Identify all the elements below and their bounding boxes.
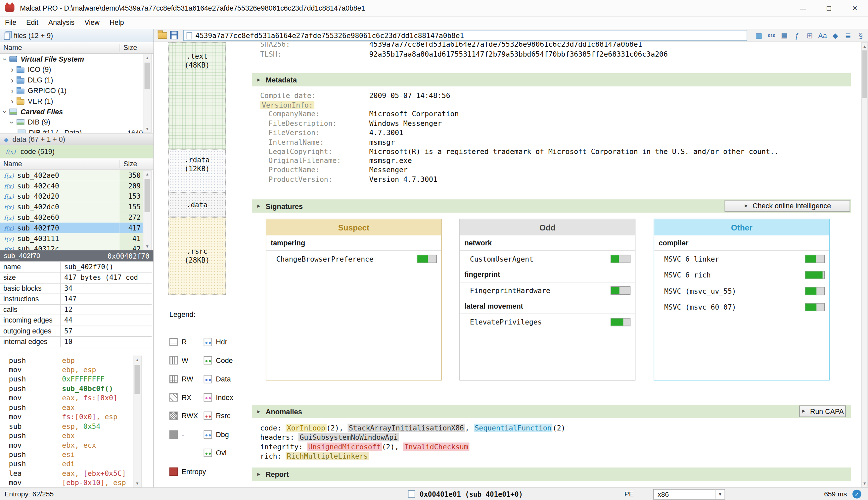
expander-icon[interactable] [2, 108, 8, 115]
open-file-icon[interactable] [158, 32, 167, 39]
architecture-select[interactable]: x86 [653, 489, 725, 500]
metadata-section-header[interactable]: Metadata [252, 73, 851, 87]
anomalies-section-header[interactable]: Anomalies Run CAPA [252, 405, 851, 418]
address-input[interactable] [195, 32, 747, 40]
layers-view-icon[interactable]: ≣ [843, 30, 854, 41]
scroll-down-icon[interactable] [143, 125, 151, 133]
asm-line[interactable]: movebp, esp [0, 365, 133, 374]
menu-item-analysis[interactable]: Analysis [43, 19, 79, 26]
scroll-up-icon[interactable] [143, 54, 151, 61]
tree-item-dib-11[interactable]: DIB #11 (.. Data) 1640 [0, 127, 154, 133]
anomaly-badge[interactable]: RichMultipleLinkers [286, 452, 369, 460]
function-row[interactable]: sub_402dc0 155 [0, 202, 154, 212]
signature-item[interactable]: ChangeBrowserPreference [266, 251, 442, 267]
function-row[interactable]: sub_40312c 42 [0, 244, 154, 250]
tree-item-ico[interactable]: ICO (9) [0, 64, 154, 75]
tree-item-dlg[interactable]: DLG (1) [0, 75, 154, 86]
function-row[interactable]: sub_402c40 209 [0, 181, 154, 191]
code-section-header[interactable]: code (519) [0, 145, 154, 158]
report-section-header[interactable]: Report [252, 468, 851, 481]
expander-icon[interactable] [9, 119, 15, 125]
function-row[interactable]: sub_402ae0 350 [0, 170, 154, 181]
scrollbar-thumb[interactable] [145, 62, 150, 89]
minimize-button[interactable] [790, 0, 816, 16]
tree-item-ver[interactable]: VER (1) [0, 96, 154, 106]
map-section-data[interactable]: .data [168, 193, 226, 217]
function-row-selected[interactable]: sub_402f70 417 [0, 223, 154, 233]
functions-view-icon[interactable]: ƒ [791, 30, 802, 41]
asm-line[interactable]: mov[ebp-0x10], esp [0, 478, 133, 487]
scroll-up-icon[interactable] [862, 43, 867, 50]
anomaly-badge[interactable]: InvalidChecksum [403, 442, 469, 451]
data-section-header[interactable]: data (67 + 1 + 0) [0, 133, 154, 145]
signature-item[interactable]: MSVC_6_linker [654, 251, 829, 267]
expander-icon[interactable] [9, 77, 15, 83]
scroll-up-icon[interactable] [143, 171, 151, 178]
expander-icon[interactable] [9, 66, 15, 73]
files-tab[interactable]: files (12 + 9) [0, 29, 154, 42]
function-row[interactable]: sub_403111 41 [0, 233, 154, 244]
hex-view-icon[interactable]: 010 [766, 30, 777, 41]
analysis-ok-icon[interactable] [853, 490, 861, 499]
menu-item-help[interactable]: Help [105, 19, 129, 26]
expander-icon[interactable] [9, 87, 15, 94]
scroll-down-icon[interactable] [143, 243, 151, 250]
asm-line[interactable]: pushesi [0, 450, 133, 459]
signature-item[interactable]: MSVC_6_rich [654, 267, 829, 283]
scrollbar-thumb[interactable] [863, 50, 867, 98]
anomaly-badge[interactable]: XorInLoop [286, 424, 327, 432]
anomaly-badge[interactable]: StackArrayInitialisationX86 [348, 424, 465, 432]
column-size[interactable]: Size [119, 44, 154, 51]
tree-item-carved-files[interactable]: Carved Files [0, 106, 154, 117]
asm-line[interactable]: leaeax, [ebx+0x5C] [0, 468, 133, 478]
layout-view-icon[interactable]: ⊞ [804, 30, 815, 41]
tree-item-virtual-file-system[interactable]: Virtual File System [0, 54, 154, 64]
menu-item-edit[interactable]: Edit [21, 19, 43, 26]
expander-icon[interactable] [9, 98, 15, 104]
asm-line[interactable]: pushedi [0, 459, 133, 468]
maximize-button[interactable] [816, 0, 842, 16]
tags-view-icon[interactable]: ◆ [830, 30, 841, 41]
asm-line[interactable]: pushebx [0, 431, 133, 440]
close-button[interactable] [842, 0, 868, 16]
anomaly-badge[interactable]: GuiSubsystemNoWindowApi [298, 433, 399, 441]
asm-line[interactable]: push0xFFFFFFFF [0, 375, 133, 384]
script-view-icon[interactable]: § [855, 30, 866, 41]
asm-line[interactable]: pushebp [0, 356, 133, 365]
scrollbar-thumb[interactable] [145, 179, 150, 212]
asm-line[interactable]: movfs:[0x0], esp [0, 412, 133, 421]
scroll-up-icon[interactable] [133, 356, 141, 364]
menu-item-file[interactable]: File [0, 19, 21, 26]
signature-item[interactable]: ElevatePrivileges [460, 314, 635, 330]
scroll-down-icon[interactable] [133, 480, 141, 487]
asm-line[interactable]: movebx, ecx [0, 440, 133, 450]
save-icon[interactable] [170, 31, 178, 39]
run-capa-button[interactable]: Run CAPA [799, 405, 846, 417]
function-row[interactable]: sub_402d20 153 [0, 191, 154, 202]
asm-line[interactable]: pushsub_40bc0f() [0, 384, 133, 393]
scrollbar-thumb[interactable] [134, 365, 140, 394]
strings-view-icon[interactable]: ▦ [779, 30, 789, 41]
asm-line[interactable]: pusheax [0, 403, 133, 412]
anomaly-badge[interactable]: UnsignedMicrosoft [307, 442, 382, 451]
asm-line[interactable]: subesp, 0x54 [0, 421, 133, 431]
column-name[interactable]: Name [0, 160, 119, 168]
asm-line[interactable]: moveax, fs:[0x0] [0, 394, 133, 403]
column-name[interactable]: Name [0, 44, 119, 51]
signature-item[interactable]: MSVC (msvc_uv_55) [654, 283, 829, 299]
column-size[interactable]: Size [119, 160, 154, 168]
signature-item[interactable]: CustomUserAgent [460, 251, 635, 267]
expander-icon[interactable] [2, 56, 8, 62]
signature-item[interactable]: MSVC (msvc_60_07) [654, 299, 829, 315]
scroll-down-icon[interactable] [862, 480, 867, 487]
text-view-icon[interactable]: Aa [817, 30, 828, 41]
signatures-section-header[interactable]: Signatures Check online intelligence [252, 199, 851, 213]
check-online-intelligence-button[interactable]: Check online intelligence [725, 200, 851, 212]
anomaly-badge[interactable]: SequentialFunction [473, 424, 553, 432]
function-row[interactable]: sub_402e60 272 [0, 212, 154, 223]
menu-item-view[interactable]: View [79, 19, 105, 26]
map-section-rdata[interactable]: .rdata (12KB) [168, 150, 226, 193]
map-section-rsrc[interactable]: .rsrc (28KB) [168, 217, 226, 295]
map-section-text[interactable]: .text (48KB) [168, 42, 226, 150]
tree-item-grpico[interactable]: GRPICO (1) [0, 86, 154, 96]
